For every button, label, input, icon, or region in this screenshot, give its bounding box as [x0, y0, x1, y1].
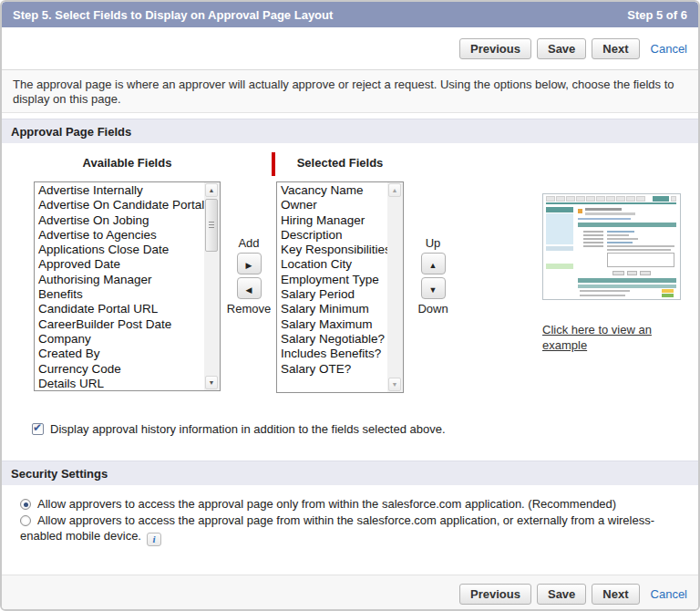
cancel-link[interactable]: Cancel	[651, 42, 687, 56]
listbox-option[interactable]: Salary OTE?	[277, 362, 387, 377]
thumbnail-decoration	[627, 271, 637, 275]
thumbnail-decoration	[596, 196, 605, 202]
available-fields-listbox[interactable]: Advertise InternallyAdvertise On Candida…	[34, 181, 221, 391]
scrollbar-down-button[interactable]	[205, 376, 218, 389]
reorder-controls: Up Down	[412, 236, 454, 316]
right-arrow-icon	[246, 257, 252, 271]
wizard-title-bar: Step 5. Select Fields to Display on Appr…	[2, 2, 698, 27]
listbox-option[interactable]: Details URL	[35, 377, 204, 390]
listbox-option[interactable]: CareerBuilder Post Date	[35, 317, 204, 332]
security-option-label: Allow approvers to access the approval p…	[20, 513, 654, 544]
page-title: Step 5. Select Fields to Display on Appr…	[13, 8, 333, 22]
thumbnail-decoration	[578, 278, 676, 283]
required-field-bar	[272, 152, 275, 176]
thumbnail-decoration	[580, 295, 625, 296]
save-button[interactable]: Save	[537, 584, 586, 605]
listbox-option[interactable]: Hiring Manager	[277, 213, 387, 228]
spacer	[2, 453, 698, 461]
remove-button[interactable]	[237, 277, 262, 299]
scrollbar-up-button[interactable]	[388, 183, 401, 197]
section-header-security-settings: Security Settings	[2, 461, 698, 485]
listbox-option[interactable]: Approved Date	[35, 257, 204, 272]
listbox-option[interactable]: Includes Benefits?	[277, 347, 387, 361]
bottom-button-row: Previous Save Next Cancel	[2, 575, 698, 611]
thumbnail-decoration	[546, 202, 676, 204]
listbox-option[interactable]: Location City	[277, 257, 387, 272]
previous-button[interactable]: Previous	[459, 38, 531, 59]
listbox-option[interactable]: Candidate Portal URL	[35, 302, 204, 316]
scrollbar-down-button[interactable]	[388, 378, 401, 391]
up-label: Up	[426, 236, 441, 250]
thumbnail-decoration	[662, 289, 674, 293]
selected-scrollbar[interactable]	[387, 182, 403, 392]
listbox-option[interactable]: Applications Close Date	[35, 243, 204, 257]
listbox-option[interactable]: Owner	[277, 198, 387, 212]
thumbnail-decoration	[576, 196, 585, 202]
radio-internal-only[interactable]	[20, 499, 31, 510]
wizard-window: Step 5. Select Fields to Display on Appr…	[0, 0, 700, 611]
selected-fields-listbox[interactable]: Vacancy NameOwnerHiring ManagerDescripti…	[276, 181, 404, 393]
thumbnail-decoration	[556, 196, 565, 202]
available-scrollbar[interactable]	[204, 182, 220, 390]
thumbnail-decoration	[578, 223, 676, 227]
thumbnail-decoration	[607, 234, 629, 236]
listbox-option[interactable]: Salary Maximum	[277, 317, 387, 332]
security-option-mobile: Allow approvers to access the approval p…	[20, 513, 687, 547]
thumbnail-decoration	[607, 231, 634, 233]
listbox-option[interactable]: Salary Minimum	[277, 302, 387, 316]
scrollbar-up-button[interactable]	[205, 183, 218, 197]
save-button[interactable]: Save	[537, 38, 586, 59]
thumbnail-decoration	[607, 245, 674, 247]
next-button[interactable]: Next	[592, 38, 639, 59]
top-button-row: Previous Save Next Cancel	[2, 27, 698, 69]
thumbnail-decoration	[612, 271, 624, 275]
cancel-link[interactable]: Cancel	[651, 587, 687, 601]
thumbnail-decoration	[616, 196, 625, 202]
add-button[interactable]	[237, 253, 262, 274]
listbox-option[interactable]: Advertise to Agencies	[35, 228, 204, 243]
listbox-option[interactable]: Currency Code	[35, 362, 204, 377]
thumbnail-decoration	[580, 290, 630, 292]
example-thumbnail	[542, 193, 681, 300]
thumbnail-decoration	[546, 246, 573, 251]
listbox-option[interactable]: Key Responsibilities	[277, 243, 387, 257]
section-header-approval-page-fields: Approval Page Fields	[2, 119, 698, 143]
listbox-option[interactable]: Company	[35, 332, 204, 347]
available-fields-label: Available Fields	[34, 156, 221, 170]
listbox-option[interactable]: Description	[277, 228, 387, 243]
listbox-option[interactable]: Advertise Internally	[35, 183, 204, 198]
selected-fields-items: Vacancy NameOwnerHiring ManagerDescripti…	[277, 182, 387, 392]
listbox-option[interactable]: Employment Type	[277, 273, 387, 287]
thumbnail-decoration	[662, 294, 674, 297]
listbox-option[interactable]: Vacancy Name	[277, 183, 387, 198]
listbox-option[interactable]: Salary Negotiable?	[277, 332, 387, 347]
thumbnail-decoration	[585, 208, 622, 211]
down-label: Down	[417, 302, 448, 316]
next-button[interactable]: Next	[592, 584, 639, 605]
listbox-option[interactable]: Advertise On Jobing	[35, 213, 204, 228]
listbox-option[interactable]: Created By	[35, 347, 204, 361]
listbox-option[interactable]: Benefits	[35, 287, 204, 302]
previous-button[interactable]: Previous	[459, 584, 531, 605]
radio-mobile-allowed[interactable]	[20, 515, 31, 526]
thumbnail-decoration	[653, 196, 669, 202]
thumbnail-decoration	[607, 242, 633, 243]
add-remove-controls: Add Remove	[228, 236, 270, 316]
thumbnail-decoration	[636, 196, 645, 202]
security-settings-area: Allow approvers to access the approval p…	[2, 485, 698, 575]
approval-history-label: Display approval history information in …	[50, 422, 446, 436]
listbox-option[interactable]: Authorising Manager	[35, 273, 204, 287]
selected-fields-label: Selected Fields	[276, 156, 404, 170]
up-button[interactable]	[421, 253, 446, 274]
thumbnail-decoration	[583, 234, 603, 236]
info-icon[interactable]: i	[147, 533, 161, 546]
listbox-option[interactable]: Advertise On Candidate Portal	[35, 198, 204, 212]
section-title: Approval Page Fields	[11, 125, 131, 139]
thumbnail-decoration	[607, 253, 674, 267]
approval-history-checkbox[interactable]	[32, 423, 44, 435]
thumbnail-decoration	[585, 212, 635, 215]
scrollbar-thumb[interactable]	[205, 199, 218, 252]
listbox-option[interactable]: Salary Period	[277, 287, 387, 302]
down-button[interactable]	[421, 277, 446, 299]
view-example-link[interactable]: Click here to view an example	[542, 322, 679, 353]
